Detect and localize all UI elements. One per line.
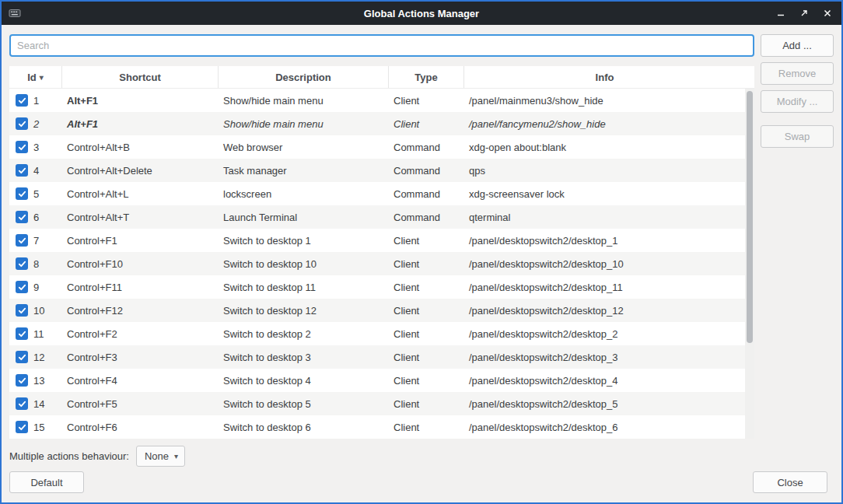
row-checkbox-checked[interactable] bbox=[16, 257, 28, 270]
app-keyboard-icon bbox=[8, 6, 22, 20]
behaviour-select[interactable]: None ▾ bbox=[136, 446, 185, 467]
table-row[interactable]: 10 Control+F12 Switch to desktop 12 Clie… bbox=[9, 299, 745, 322]
table-row[interactable]: 7 Control+F1 Switch to desktop 1 Client … bbox=[9, 229, 745, 252]
row-type: Client bbox=[389, 299, 464, 322]
row-description: Switch to desktop 4 bbox=[219, 369, 389, 392]
row-checkbox-checked[interactable] bbox=[16, 94, 28, 107]
row-shortcut: Control+Alt+T bbox=[62, 205, 219, 229]
modify-button[interactable]: Modify ... bbox=[761, 90, 834, 113]
column-header-type[interactable]: Type bbox=[389, 66, 464, 88]
row-description: Show/hide main menu bbox=[219, 89, 389, 112]
row-info: qps bbox=[464, 159, 745, 182]
row-checkbox-checked[interactable] bbox=[16, 421, 28, 433]
column-header-shortcut[interactable]: Shortcut bbox=[62, 66, 219, 88]
row-type: Client bbox=[389, 252, 464, 275]
row-id: 10 bbox=[33, 305, 44, 317]
row-checkbox-checked[interactable] bbox=[16, 351, 28, 363]
table-row[interactable]: 14 Control+F5 Switch to desktop 5 Client… bbox=[9, 392, 745, 415]
row-id: 3 bbox=[33, 142, 39, 153]
row-info: /panel/desktopswitch2/desktop_10 bbox=[464, 252, 745, 275]
row-info: xdg-screensaver lock bbox=[464, 182, 745, 205]
row-type: Client bbox=[389, 369, 464, 392]
column-header-description[interactable]: Description bbox=[219, 66, 389, 88]
row-shortcut: Control+Alt+L bbox=[62, 182, 219, 205]
table-row[interactable]: 15 Control+F6 Switch to desktop 6 Client… bbox=[9, 415, 745, 439]
row-info: /panel/desktopswitch2/desktop_11 bbox=[464, 275, 745, 299]
row-description: Web browser bbox=[219, 135, 389, 159]
row-info: /panel/desktopswitch2/desktop_2 bbox=[464, 322, 745, 345]
behaviour-row: Multiple actions behaviour: None ▾ bbox=[9, 445, 185, 467]
row-shortcut: Control+F6 bbox=[62, 415, 219, 439]
row-description: Switch to desktop 12 bbox=[219, 299, 389, 322]
close-button[interactable]: Close bbox=[753, 471, 827, 493]
row-info: qterminal bbox=[464, 205, 745, 229]
row-checkbox-checked[interactable] bbox=[16, 211, 28, 223]
swap-button[interactable]: Swap bbox=[761, 125, 834, 148]
row-id: 13 bbox=[33, 375, 44, 387]
table-row[interactable]: 11 Control+F2 Switch to desktop 2 Client… bbox=[9, 322, 745, 345]
table-row[interactable]: 6 Control+Alt+T Launch Terminal Command … bbox=[9, 205, 745, 229]
row-id: 4 bbox=[33, 165, 39, 177]
table-row[interactable]: 3 Control+Alt+B Web browser Command xdg-… bbox=[9, 135, 745, 159]
row-id: 12 bbox=[33, 352, 44, 363]
search-input[interactable] bbox=[9, 34, 754, 57]
table-row[interactable]: 8 Control+F10 Switch to desktop 10 Clien… bbox=[9, 252, 745, 275]
table-body: 1 Alt+F1 Show/hide main menu Client /pan… bbox=[9, 89, 745, 439]
titlebar: Global Actions Manager bbox=[2, 2, 841, 25]
row-shortcut: Alt+F1 bbox=[62, 89, 219, 112]
maximize-icon[interactable] bbox=[798, 7, 810, 19]
row-id: 6 bbox=[33, 212, 39, 223]
row-checkbox-checked[interactable] bbox=[16, 397, 28, 410]
sort-descending-icon: ▾ bbox=[40, 73, 44, 82]
table-row[interactable]: 2 Alt+F1 Show/hide main menu Client /pan… bbox=[9, 112, 745, 135]
row-info: xdg-open about:blank bbox=[464, 135, 745, 159]
table-header: Id ▾ Shortcut Description Type Info bbox=[9, 66, 754, 89]
row-shortcut: Control+F2 bbox=[62, 322, 219, 345]
minimize-icon[interactable] bbox=[775, 7, 787, 19]
row-type: Client bbox=[389, 322, 464, 345]
close-window-icon[interactable] bbox=[821, 7, 834, 19]
row-shortcut: Control+F12 bbox=[62, 299, 219, 322]
row-checkbox-checked[interactable] bbox=[16, 164, 28, 177]
row-checkbox-checked[interactable] bbox=[16, 234, 28, 247]
row-info: /panel/desktopswitch2/desktop_4 bbox=[464, 369, 745, 392]
row-shortcut: Control+F1 bbox=[62, 229, 219, 252]
table-row[interactable]: 12 Control+F3 Switch to desktop 3 Client… bbox=[9, 345, 745, 369]
row-info: /panel/desktopswitch2/desktop_12 bbox=[464, 299, 745, 322]
column-header-id[interactable]: Id ▾ bbox=[9, 66, 62, 88]
row-checkbox-checked[interactable] bbox=[16, 141, 28, 153]
row-checkbox-checked[interactable] bbox=[16, 281, 28, 293]
row-type: Command bbox=[389, 205, 464, 229]
remove-button[interactable]: Remove bbox=[761, 62, 834, 85]
row-checkbox-checked[interactable] bbox=[16, 187, 28, 200]
add-button[interactable]: Add ... bbox=[761, 34, 834, 57]
row-info: /panel/desktopswitch2/desktop_1 bbox=[464, 229, 745, 252]
row-shortcut: Control+F5 bbox=[62, 392, 219, 415]
row-description: lockscreen bbox=[219, 182, 389, 205]
vertical-scrollbar[interactable] bbox=[745, 89, 754, 439]
row-checkbox-checked[interactable] bbox=[16, 304, 28, 317]
row-checkbox-checked[interactable] bbox=[16, 117, 28, 130]
row-checkbox-checked[interactable] bbox=[16, 327, 28, 340]
table-row[interactable]: 4 Control+Alt+Delete Task manager Comman… bbox=[9, 159, 745, 182]
row-info: /panel/mainmenu3/show_hide bbox=[464, 89, 745, 112]
row-id: 5 bbox=[33, 188, 39, 200]
row-type: Client bbox=[389, 345, 464, 369]
table-row[interactable]: 13 Control+F4 Switch to desktop 4 Client… bbox=[9, 369, 745, 392]
row-shortcut: Control+F10 bbox=[62, 252, 219, 275]
scrollbar-thumb[interactable] bbox=[747, 91, 753, 343]
table-row[interactable]: 5 Control+Alt+L lockscreen Command xdg-s… bbox=[9, 182, 745, 205]
row-description: Switch to desktop 1 bbox=[219, 229, 389, 252]
row-description: Show/hide main menu bbox=[219, 112, 389, 135]
column-header-info[interactable]: Info bbox=[464, 66, 745, 88]
row-info: /panel/desktopswitch2/desktop_3 bbox=[464, 345, 745, 369]
table-row[interactable]: 9 Control+F11 Switch to desktop 11 Clien… bbox=[9, 275, 745, 299]
row-type: Client bbox=[389, 112, 464, 135]
row-info: /panel/desktopswitch2/desktop_6 bbox=[464, 415, 745, 439]
row-type: Client bbox=[389, 229, 464, 252]
default-button[interactable]: Default bbox=[9, 471, 84, 493]
table-row[interactable]: 1 Alt+F1 Show/hide main menu Client /pan… bbox=[9, 89, 745, 112]
row-checkbox-checked[interactable] bbox=[16, 374, 28, 387]
row-description: Switch to desktop 2 bbox=[219, 322, 389, 345]
behaviour-selected-value: None bbox=[145, 450, 169, 462]
